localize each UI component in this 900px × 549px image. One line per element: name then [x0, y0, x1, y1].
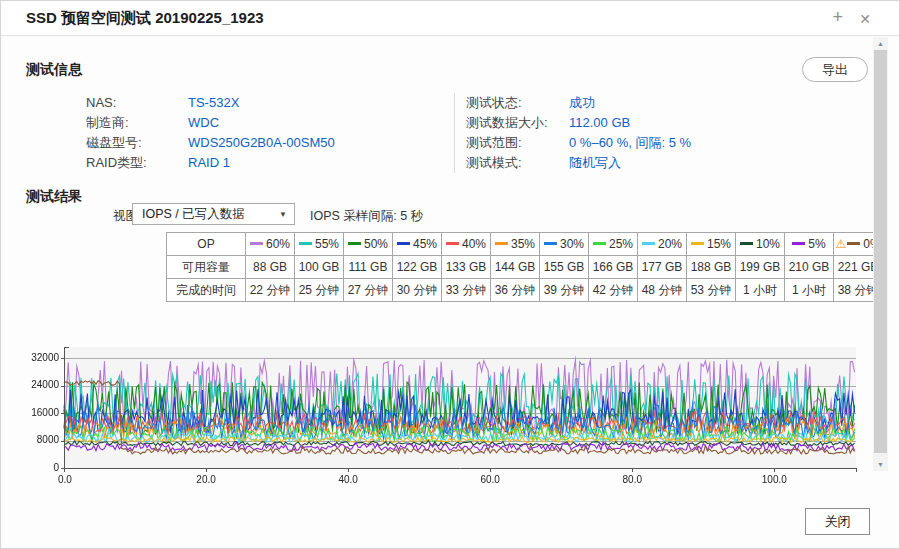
op-cell: 50%	[344, 233, 393, 256]
info-row: 测试范围:0 %–60 %, 间隔: 5 %	[466, 133, 691, 153]
info-value: WDC	[188, 115, 219, 130]
info-value: 成功	[569, 95, 595, 110]
legend-dash-icon	[792, 242, 805, 245]
info-value: WDS250G2B0A-00SM50	[188, 135, 335, 150]
time-cell: 36 分钟	[491, 279, 540, 302]
info-row: 磁盘型号:WDS250G2B0A-00SM50	[86, 133, 335, 153]
row-header-time: 完成的时间	[167, 279, 246, 302]
capacity-cell: 88 GB	[246, 256, 295, 279]
info-label: RAID类型:	[86, 153, 188, 173]
capacity-cell: 144 GB	[491, 256, 540, 279]
capacity-cell: 133 GB	[442, 256, 491, 279]
info-value: 随机写入	[569, 155, 621, 170]
close-icon[interactable]: ✕	[859, 10, 871, 28]
op-cell: 5%	[785, 233, 834, 256]
capacity-row: 可用容量 88 GB100 GB111 GB122 GB133 GB144 GB…	[167, 256, 883, 279]
row-header-capacity: 可用容量	[167, 256, 246, 279]
export-button[interactable]: 导出	[802, 57, 868, 82]
legend-dash-icon	[250, 242, 263, 245]
op-cell: 55%	[295, 233, 344, 256]
info-value: 112.00 GB	[569, 115, 630, 130]
info-value: RAID 1	[188, 155, 230, 170]
scrollbar-thumb[interactable]	[874, 50, 887, 453]
legend-dash-icon	[446, 242, 459, 245]
close-button[interactable]: 关闭	[805, 508, 870, 535]
info-label: 测试数据大小:	[466, 113, 569, 133]
legend-dash-icon	[397, 242, 410, 245]
info-label: 磁盘型号:	[86, 133, 188, 153]
view-dropdown-value: IOPS / 已写入数据	[142, 207, 245, 221]
capacity-cell: 199 GB	[736, 256, 785, 279]
info-label: 测试状态:	[466, 93, 569, 113]
info-value: TS-532X	[188, 95, 239, 110]
dialog-title: SSD 预留空间测试 20190225_1923	[26, 9, 264, 28]
info-grid-left: NAS:TS-532X制造商:WDC磁盘型号:WDS250G2B0A-00SM5…	[86, 93, 335, 173]
legend-dash-icon	[593, 242, 606, 245]
warning-icon: ⚠	[835, 237, 846, 251]
capacity-cell: 166 GB	[589, 256, 638, 279]
op-cell: 45%	[393, 233, 442, 256]
info-label: 测试范围:	[466, 133, 569, 153]
info-row: 测试数据大小:112.00 GB	[466, 113, 691, 133]
dialog-window: SSD 预留空间测试 20190225_1923 + ✕ 测试信息 导出 NAS…	[0, 0, 900, 549]
legend-dash-icon	[691, 242, 704, 245]
capacity-cell: 210 GB	[785, 256, 834, 279]
info-label: NAS:	[86, 93, 188, 113]
op-result-table: OP 60%55%50%45%40%35%30%25%20%15%10%5%⚠0…	[166, 232, 883, 302]
op-cell: 10%	[736, 233, 785, 256]
iops-chart	[1, 337, 881, 502]
op-cell: 40%	[442, 233, 491, 256]
legend-dash-icon	[348, 242, 361, 245]
info-value: 0 %–60 %, 间隔: 5 %	[569, 135, 691, 150]
info-column-divider	[454, 93, 455, 173]
time-cell: 1 小时	[736, 279, 785, 302]
chevron-down-icon: ▼	[279, 204, 287, 225]
capacity-cell: 111 GB	[344, 256, 393, 279]
legend-dash-icon	[544, 242, 557, 245]
op-cell: 35%	[491, 233, 540, 256]
info-row: NAS:TS-532X	[86, 93, 335, 113]
titlebar: SSD 预留空间测试 20190225_1923 + ✕	[1, 1, 899, 36]
info-grid-right: 测试状态:成功测试数据大小:112.00 GB测试范围:0 %–60 %, 间隔…	[466, 93, 691, 173]
time-cell: 30 分钟	[393, 279, 442, 302]
view-dropdown[interactable]: IOPS / 已写入数据 ▼	[132, 203, 295, 225]
legend-dash-icon	[847, 242, 860, 245]
capacity-cell: 155 GB	[540, 256, 589, 279]
op-cell: 20%	[638, 233, 687, 256]
info-label: 制造商:	[86, 113, 188, 133]
capacity-cell: 177 GB	[638, 256, 687, 279]
section-title-test-info: 测试信息	[26, 61, 82, 79]
op-cell: 30%	[540, 233, 589, 256]
scrollbar[interactable]: ▲ ▼	[873, 37, 888, 471]
sampling-interval-text: IOPS 采样间隔: 5 秒	[310, 208, 423, 225]
time-cell: 33 分钟	[442, 279, 491, 302]
capacity-cell: 100 GB	[295, 256, 344, 279]
scroll-up-icon[interactable]: ▲	[873, 37, 888, 50]
legend-dash-icon	[740, 242, 753, 245]
time-cell: 27 分钟	[344, 279, 393, 302]
info-label: 测试模式:	[466, 153, 569, 173]
info-row: 制造商:WDC	[86, 113, 335, 133]
legend-dash-icon	[299, 242, 312, 245]
legend-dash-icon	[642, 242, 655, 245]
op-row: OP 60%55%50%45%40%35%30%25%20%15%10%5%⚠0…	[167, 233, 883, 256]
info-row: RAID类型:RAID 1	[86, 153, 335, 173]
scroll-down-icon[interactable]: ▼	[873, 458, 888, 471]
maximize-icon[interactable]: +	[832, 8, 843, 26]
capacity-cell: 188 GB	[687, 256, 736, 279]
time-cell: 22 分钟	[246, 279, 295, 302]
info-row: 测试状态:成功	[466, 93, 691, 113]
time-cell: 48 分钟	[638, 279, 687, 302]
row-header-op: OP	[167, 233, 246, 256]
time-cell: 53 分钟	[687, 279, 736, 302]
legend-dash-icon	[495, 242, 508, 245]
op-cell: 15%	[687, 233, 736, 256]
time-cell: 42 分钟	[589, 279, 638, 302]
section-title-test-result: 测试结果	[26, 188, 82, 206]
time-cell: 39 分钟	[540, 279, 589, 302]
time-row: 完成的时间 22 分钟25 分钟27 分钟30 分钟33 分钟36 分钟39 分…	[167, 279, 883, 302]
time-cell: 1 小时	[785, 279, 834, 302]
info-row: 测试模式:随机写入	[466, 153, 691, 173]
op-cell: 25%	[589, 233, 638, 256]
op-cell: 60%	[246, 233, 295, 256]
